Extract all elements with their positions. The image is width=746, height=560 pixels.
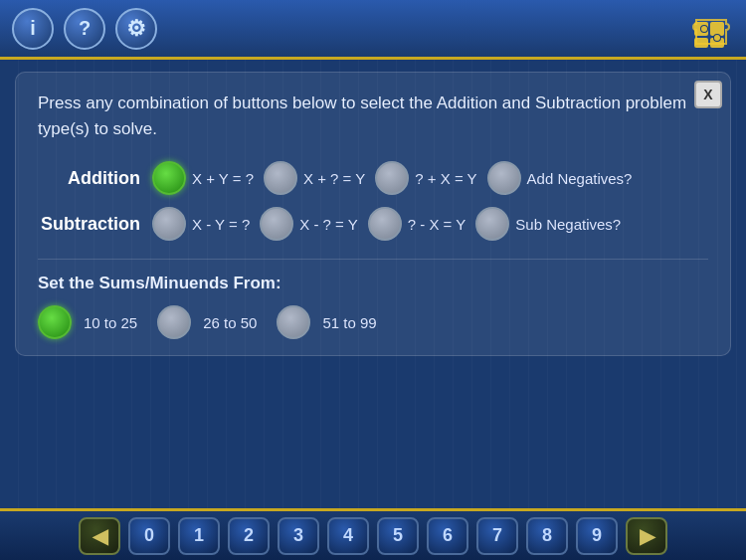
main-content: X Press any combination of buttons below… [15,72,731,356]
right-arrow-button[interactable]: ▶ [626,517,667,555]
right-arrow-icon: ▶ [640,524,654,548]
op-btn-label-add-qx: ? + X = Y [415,170,476,187]
circle-add-neg[interactable] [487,161,521,195]
op-row-addition: AdditionX + Y = ?X + ? = Y? + X = YAdd N… [38,161,708,195]
op-btn-label-sub-qx: ? - X = Y [408,216,466,233]
info-button[interactable]: i [12,8,54,50]
range-btn-range-10-25[interactable]: 10 to 25 [38,305,137,339]
op-btn-label-sub-neg: Sub Negatives? [515,216,621,233]
range-btn-range-51-99[interactable]: 51 to 99 [277,305,376,339]
number-btn-4[interactable]: 4 [327,517,369,555]
op-btn-sub-xy[interactable]: X - Y = ? [152,207,250,241]
svg-rect-1 [710,22,724,36]
operations-section: AdditionX + Y = ?X + ? = Y? + X = YAdd N… [38,161,708,241]
number-btn-0[interactable]: 0 [128,517,170,555]
svg-point-7 [714,35,720,41]
circle-range-26-50[interactable] [157,305,191,339]
circle-add-xy[interactable] [152,161,186,195]
circle-add-xq[interactable] [264,161,297,195]
circle-range-10-25[interactable] [38,305,72,339]
number-btn-2[interactable]: 2 [228,517,270,555]
range-label-range-51-99: 51 to 99 [322,314,376,331]
op-btn-label-sub-xy: X - Y = ? [192,216,250,233]
help-button[interactable]: ? [64,8,105,50]
op-btn-add-neg[interactable]: Add Negatives? [487,161,633,195]
ranges-row: 10 to 2526 to 5051 to 99 [38,305,708,339]
puzzle-icon[interactable] [690,12,732,50]
circle-sub-qx[interactable] [368,207,402,241]
bottom-bar: ◀ 0123456789 ▶ [0,508,746,560]
op-btn-sub-xq[interactable]: X - ? = Y [260,207,358,241]
settings-button[interactable]: ⚙ [115,8,157,50]
op-btn-label-add-xq: X + ? = Y [303,170,365,187]
op-btn-label-add-xy: X + Y = ? [192,170,254,187]
op-btn-label-sub-xq: X - ? = Y [299,216,358,233]
range-label-range-26-50: 26 to 50 [203,314,257,331]
op-label-addition: Addition [38,168,152,189]
op-row-subtraction: SubtractionX - Y = ?X - ? = Y? - X = YSu… [38,207,708,241]
number-btn-8[interactable]: 8 [526,517,568,555]
sums-label: Set the Sums/Minuends From: [38,274,708,293]
number-buttons: 0123456789 [128,517,618,555]
number-btn-6[interactable]: 6 [427,517,468,555]
op-btn-add-xy[interactable]: X + Y = ? [152,161,254,195]
top-bar: i ? ⚙ [0,0,746,60]
number-btn-3[interactable]: 3 [278,517,319,555]
circle-sub-neg[interactable] [475,207,509,241]
left-arrow-button[interactable]: ◀ [79,517,120,555]
sums-section: Set the Sums/Minuends From: 10 to 2526 t… [38,274,708,339]
number-btn-1[interactable]: 1 [178,517,220,555]
number-btn-5[interactable]: 5 [377,517,419,555]
number-btn-9[interactable]: 9 [576,517,618,555]
circle-sub-xq[interactable] [260,207,293,241]
circle-range-51-99[interactable] [277,305,310,339]
circle-add-qx[interactable] [375,161,409,195]
op-btn-add-xq[interactable]: X + ? = Y [264,161,365,195]
svg-point-5 [701,26,707,32]
divider [38,259,708,260]
range-label-range-10-25: 10 to 25 [84,314,137,331]
instruction-text: Press any combination of buttons below t… [38,91,708,141]
close-button[interactable]: X [694,81,722,108]
op-label-subtraction: Subtraction [38,214,152,235]
circle-sub-xy[interactable] [152,207,186,241]
range-btn-range-26-50[interactable]: 26 to 50 [157,305,257,339]
op-btn-add-qx[interactable]: ? + X = Y [375,161,476,195]
op-btn-sub-neg[interactable]: Sub Negatives? [475,207,621,241]
left-arrow-icon: ◀ [93,524,107,548]
op-btn-label-add-neg: Add Negatives? [527,170,633,187]
op-btn-sub-qx[interactable]: ? - X = Y [368,207,466,241]
number-btn-7[interactable]: 7 [476,517,518,555]
